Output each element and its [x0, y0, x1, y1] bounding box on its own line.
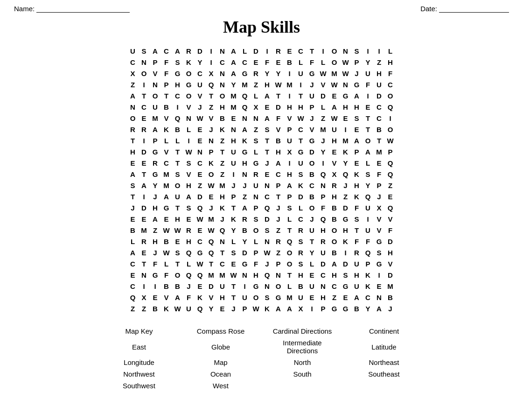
grid-cell: N: [340, 45, 351, 56]
date-input[interactable]: [439, 5, 509, 13]
grid-cell: H: [340, 224, 351, 236]
grid-cell: C: [217, 56, 228, 68]
grid-cell: G: [340, 303, 351, 314]
word-search-grid: USACARDINALDIRECTIONSIILCNPFSKYICACEFEBL…: [14, 45, 509, 314]
grid-cell: H: [351, 269, 363, 280]
grid-cell: N: [262, 280, 273, 292]
grid-cell: A: [172, 45, 183, 56]
grid-cell: T: [127, 191, 139, 202]
grid-cell: N: [318, 280, 329, 292]
grid-cell: W: [262, 247, 273, 258]
grid-cell: U: [295, 68, 307, 79]
grid-cell: A: [273, 157, 284, 168]
grid-cell: P: [228, 191, 239, 202]
grid-cell: U: [307, 224, 318, 236]
grid-cell: E: [374, 280, 385, 292]
grid-cell: L: [251, 146, 262, 157]
grid-cell: U: [363, 224, 374, 236]
grid-cell: T: [139, 168, 150, 180]
grid-cell: T: [206, 258, 217, 269]
grid-cell: T: [262, 146, 273, 157]
grid-cell: A: [228, 56, 239, 68]
grid-cell: M: [228, 90, 239, 101]
grid-cell: Z: [251, 79, 262, 90]
grid-cell: O: [273, 280, 284, 292]
grid-cell: E: [351, 157, 363, 168]
grid-cell: T: [217, 146, 228, 157]
grid-cell: T: [139, 90, 150, 101]
grid-cell: C: [195, 68, 206, 79]
grid-cell: S: [251, 135, 262, 146]
grid-cell: H: [295, 269, 307, 280]
grid-cell: S: [284, 202, 295, 213]
grid-cell: L: [251, 236, 262, 247]
grid-cell: S: [172, 168, 183, 180]
grid-cell: A: [150, 213, 161, 224]
grid-cell: O: [385, 90, 396, 101]
grid-cell: R: [150, 157, 161, 168]
grid-cell: X: [206, 68, 217, 79]
grid-cell: V: [307, 124, 318, 135]
grid-cell: Z: [374, 56, 385, 68]
grid-cell: M: [318, 124, 329, 135]
grid-cell: G: [150, 146, 161, 157]
grid-cell: P: [318, 191, 329, 202]
grid-cell: S: [127, 180, 139, 191]
grid-cell: O: [329, 224, 340, 236]
grid-cell: W: [195, 258, 206, 269]
grid-cell: P: [307, 101, 318, 112]
grid-cell: I: [150, 280, 161, 292]
word-list-item: Map: [180, 357, 262, 368]
grid-cell: G: [251, 280, 262, 292]
grid-cell: E: [183, 213, 195, 224]
grid-cell: E: [262, 101, 273, 112]
grid-cell: Y: [228, 224, 239, 236]
grid-cell: K: [340, 236, 351, 247]
grid-cell: H: [351, 101, 363, 112]
grid-cell: S: [262, 124, 273, 135]
grid-cell: W: [340, 68, 351, 79]
grid-cell: W: [295, 112, 307, 124]
grid-cell: H: [217, 101, 228, 112]
name-input[interactable]: [36, 5, 130, 13]
grid-cell: H: [183, 236, 195, 247]
grid-cell: A: [127, 168, 139, 180]
word-list-item: [343, 380, 425, 392]
grid-cell: W: [172, 303, 183, 314]
grid-cell: L: [161, 258, 172, 269]
grid-cell: N: [150, 79, 161, 90]
grid-cell: S: [172, 247, 183, 258]
grid-cell: N: [340, 79, 351, 90]
grid-cell: G: [150, 269, 161, 280]
grid-cell: B: [385, 292, 396, 303]
grid-cell: Q: [262, 269, 273, 280]
grid-cell: D: [318, 258, 329, 269]
grid-cell: R: [139, 236, 150, 247]
grid-cell: S: [374, 247, 385, 258]
grid-cell: G: [295, 146, 307, 157]
grid-cell: A: [374, 303, 385, 314]
grid-cell: O: [183, 90, 195, 101]
grid-cell: P: [284, 191, 295, 202]
grid-cell: U: [351, 258, 363, 269]
grid-cell: D: [262, 213, 273, 224]
grid-cell: L: [161, 135, 172, 146]
grid-cell: E: [161, 213, 172, 224]
grid-cell: L: [228, 236, 239, 247]
grid-cell: V: [206, 292, 217, 303]
grid-cell: R: [251, 68, 262, 79]
grid-cell: F: [150, 258, 161, 269]
grid-cell: Z: [150, 224, 161, 236]
grid-cell: H: [127, 146, 139, 157]
grid-cell: T: [284, 269, 295, 280]
grid-cell: C: [195, 236, 206, 247]
grid-cell: X: [284, 146, 295, 157]
grid-cell: E: [228, 112, 239, 124]
grid-cell: O: [307, 202, 318, 213]
grid-cell: D: [139, 146, 150, 157]
grid-cell: I: [172, 101, 183, 112]
word-list-item: Continent: [343, 325, 425, 337]
grid-cell: V: [161, 112, 172, 124]
grid-cell: P: [374, 180, 385, 191]
grid-cell: T: [307, 236, 318, 247]
